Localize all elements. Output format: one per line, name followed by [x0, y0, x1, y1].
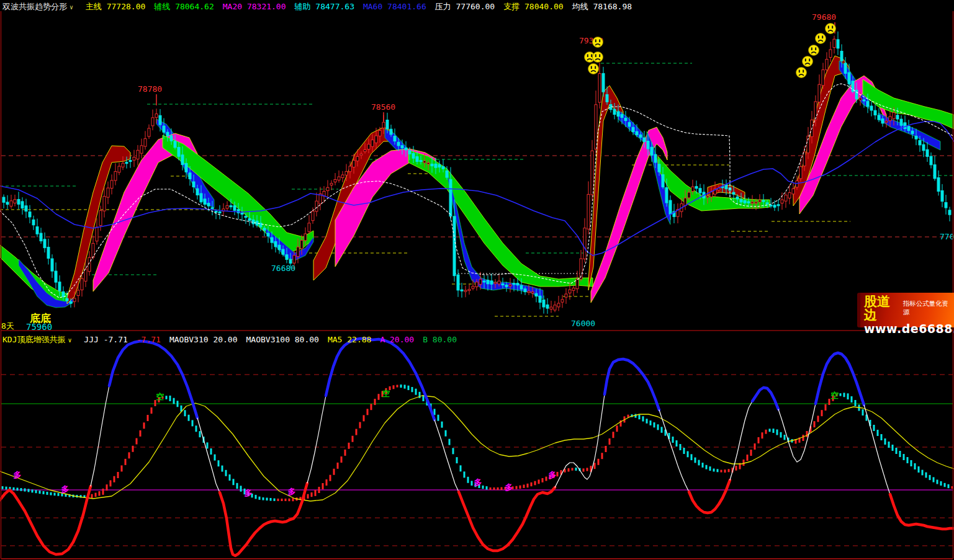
- sad-face-icon: [593, 52, 603, 63]
- watermark-url: www.de6688.com: [864, 322, 952, 336]
- sad-face-icon: [826, 24, 836, 34]
- j-line-segment: [689, 480, 730, 513]
- j-line-segment: [890, 494, 954, 529]
- indicator-reading: MA60 78401.66: [363, 2, 426, 11]
- watermark-badge: 股道边 指标公式量化资源 www.de6688.com: [857, 293, 954, 327]
- j-line-segment: [91, 386, 109, 486]
- chart-canvas[interactable]: 78780785607934079680766807600075960770底底…: [0, 0, 954, 560]
- main-indicator-header: 双波共振趋势分形∨ 主线 77728.00辅线 78064.62MA20 783…: [2, 1, 641, 12]
- indicator-reading: B 80.00: [423, 335, 457, 344]
- long-signal: 多: [505, 482, 513, 492]
- indicator-reading: 均线 78168.98: [572, 2, 632, 11]
- indicator-reading: MAOBV310 20.00: [169, 335, 238, 344]
- chevron-down-icon[interactable]: ∨: [70, 4, 73, 11]
- price-label: 8天: [1, 321, 14, 331]
- indicator-reading: A 20.00: [380, 335, 414, 344]
- long-signal: 多: [61, 484, 70, 494]
- chevron-down-icon[interactable]: ∨: [68, 337, 71, 344]
- price-label: 76000: [571, 319, 595, 328]
- trend-ribbon: [591, 127, 667, 303]
- j-line-segment: [864, 405, 890, 494]
- indicator-reading: 压力 77760.00: [435, 2, 495, 11]
- sub-indicator-name: KDJ顶底增强共振: [2, 335, 65, 344]
- indicator-reading: MAOBV3100 80.00: [246, 335, 319, 344]
- price-label: 底底: [29, 312, 51, 324]
- long-signal: 多: [549, 470, 557, 479]
- sad-face-icon: [816, 33, 826, 44]
- price-label: 76680: [271, 264, 295, 273]
- sad-face-icon: [803, 56, 813, 67]
- indicator-reading: MA20 78321.00: [223, 2, 286, 11]
- j-line-segment: [326, 339, 434, 420]
- sad-face-icon: [809, 45, 819, 56]
- j-line-segment: [307, 396, 326, 483]
- price-label: 78780: [138, 84, 162, 94]
- indicator-reading: -7.71: [137, 335, 161, 344]
- trend-ribbon: [793, 56, 849, 206]
- j-line-segment: [109, 341, 197, 418]
- short-signal: 空: [156, 392, 164, 401]
- indicator-reading: 主线 77728.00: [86, 2, 145, 11]
- sad-face-icon: [588, 64, 599, 74]
- trend-ribbon: [163, 135, 313, 253]
- long-signal: 多: [245, 488, 253, 497]
- indicator-selector-main[interactable]: 双波共振趋势分形∨: [2, 2, 78, 11]
- sub-indicator-header: KDJ顶底增强共振∨ JJJ -7.71-7.71MAOBV310 20.00M…: [2, 334, 466, 345]
- price-label: 770: [940, 232, 954, 241]
- app-window: { "header_main": { "name": "双波共振趋势分形", "…: [0, 0, 954, 560]
- trend-ribbon: [408, 150, 593, 287]
- j-line-segment: [459, 487, 555, 551]
- short-signal: 空: [382, 389, 390, 398]
- indicator-selector-sub[interactable]: KDJ顶底增强共振∨: [2, 335, 76, 344]
- indicator-reading: JJJ -7.71: [84, 335, 127, 344]
- long-signal: 多: [288, 487, 296, 496]
- indicator-reading: 辅线 78064.62: [154, 2, 214, 11]
- long-signal: 多: [14, 470, 22, 479]
- short-signal: 空: [831, 391, 839, 400]
- sad-face-icon: [593, 37, 603, 48]
- trend-ribbon: [0, 245, 68, 303]
- price-label: 78560: [371, 102, 395, 112]
- j-line-segment: [816, 353, 864, 405]
- price-label: 79680: [812, 12, 836, 22]
- j-line-segment: [605, 359, 659, 410]
- watermark-brand: 股道边: [864, 295, 901, 322]
- long-signal: 多: [474, 478, 482, 487]
- sad-face-icon: [796, 68, 807, 78]
- indicator-reading: MA5 22.88: [328, 335, 371, 344]
- main-indicator-name: 双波共振趋势分形: [2, 2, 67, 11]
- j-line-segment: [730, 401, 752, 480]
- watermark-tagline: 指标公式量化资源: [903, 300, 952, 317]
- j-line-segment: [752, 388, 778, 409]
- indicator-reading: 辅助 78477.63: [295, 2, 354, 11]
- indicator-reading: 支撑 78040.00: [503, 2, 563, 11]
- j-line-segment: [197, 418, 220, 492]
